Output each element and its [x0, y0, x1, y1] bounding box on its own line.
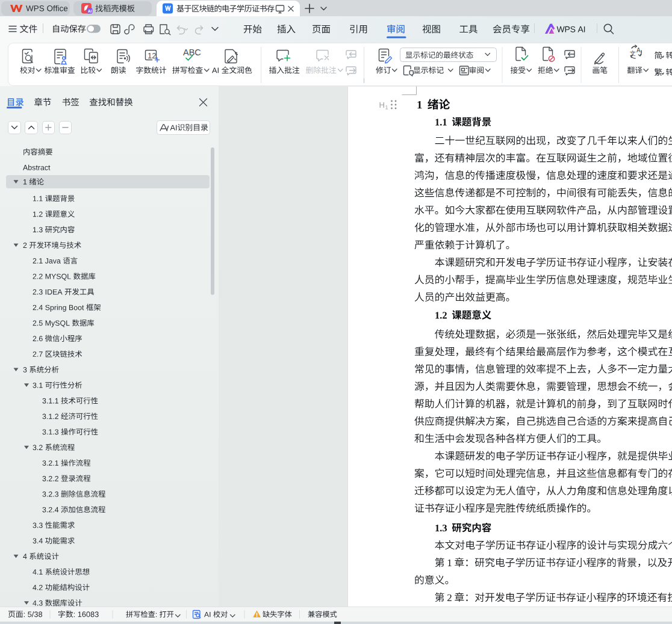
svg-text:A: A	[636, 47, 641, 54]
svg-text:12: 12	[148, 51, 156, 60]
svg-text:AI: AI	[88, 9, 92, 13]
